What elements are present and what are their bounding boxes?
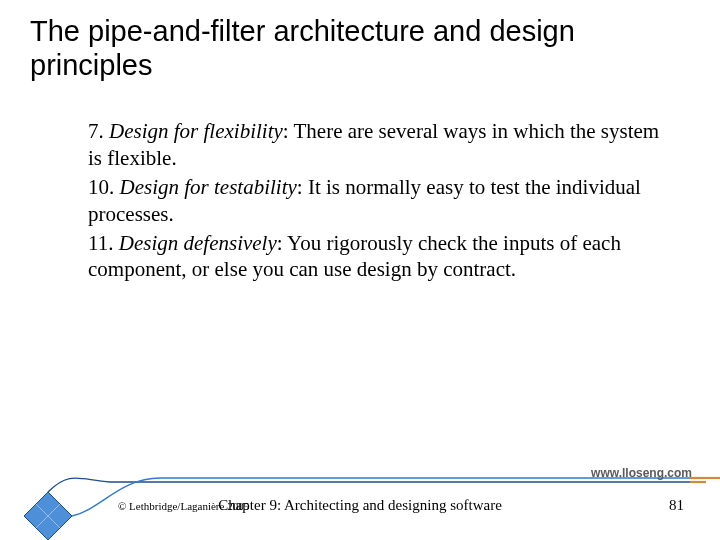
item-number: 11. xyxy=(88,231,113,255)
footer-url: www.lloseng.com xyxy=(591,466,692,480)
list-item: 11. Design defensively: You rigorously c… xyxy=(88,230,668,284)
item-number: 7. xyxy=(88,119,104,143)
item-principle: Design for testability xyxy=(120,175,297,199)
decorative-lines xyxy=(0,420,720,540)
list-item: 10. Design for testability: It is normal… xyxy=(88,174,668,228)
item-number: 10. xyxy=(88,175,114,199)
footer-chapter: Chapter 9: Architecting and designing so… xyxy=(0,497,720,514)
slide: The pipe-and-filter architecture and des… xyxy=(0,0,720,540)
slide-body: 7. Design for flexibility: There are sev… xyxy=(88,118,668,285)
item-principle: Design for flexibility xyxy=(109,119,283,143)
item-principle: Design defensively xyxy=(119,231,277,255)
page-number: 81 xyxy=(669,497,684,514)
list-item: 7. Design for flexibility: There are sev… xyxy=(88,118,668,172)
slide-title: The pipe-and-filter architecture and des… xyxy=(30,14,670,82)
